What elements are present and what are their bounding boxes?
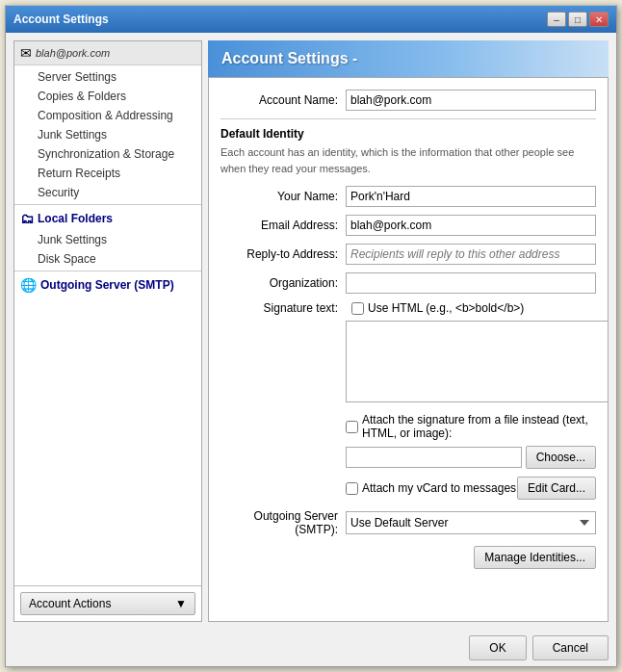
reply-to-row: Reply-to Address: (220, 244, 596, 265)
your-name-label: Your Name: (220, 190, 346, 203)
choose-button[interactable]: Choose... (526, 446, 596, 469)
sidebar-divider-1 (14, 204, 201, 205)
use-html-text: Use HTML (e.g., <b>bold</b>) (368, 301, 524, 315)
vcard-checkbox-label: Attach my vCard to messages (346, 481, 516, 495)
email-row: Email Address: (220, 215, 596, 236)
sidebar-footer: Account Actions ▼ (14, 585, 201, 621)
outgoing-server-label: Outgoing Server (SMTP) (40, 278, 174, 292)
your-name-input[interactable] (346, 186, 596, 207)
outgoing-server-icon: 🌐 (20, 277, 37, 293)
sidebar-account-header: ✉ blah@pork.com (14, 41, 201, 65)
account-actions-arrow: ▼ (175, 597, 187, 610)
your-name-row: Your Name: (220, 186, 596, 207)
maximize-button[interactable]: □ (568, 12, 587, 27)
sidebar-divider-2 (14, 271, 201, 271)
org-row: Organization: (220, 272, 596, 294)
sidebar-item-return-receipts[interactable]: Return Receipts (14, 164, 201, 183)
sidebar-account-label: blah@pork.com (36, 47, 110, 59)
window-controls: – □ ✕ (547, 12, 609, 27)
sidebar-item-copies-folders[interactable]: Copies & Folders (14, 87, 201, 106)
account-actions-button[interactable]: Account Actions ▼ (20, 592, 195, 615)
sidebar: ✉ blah@pork.com Server Settings Copies &… (13, 40, 202, 622)
sidebar-item-server-settings[interactable]: Server Settings (14, 67, 201, 87)
attach-sig-label: Attach the signature from a file instead… (362, 413, 596, 440)
signature-row: Signature text: Use HTML (e.g., <b>bold<… (220, 301, 596, 315)
window-title: Account Settings (13, 13, 109, 26)
sidebar-items-list: Server Settings Copies & Folders Composi… (14, 65, 201, 585)
bottom-bar: OK Cancel (6, 630, 616, 666)
divider-1 (220, 118, 596, 119)
reply-to-input[interactable] (346, 244, 596, 265)
sidebar-outgoing-server-header[interactable]: 🌐 Outgoing Server (SMTP) (14, 273, 201, 297)
smtp-select[interactable]: Use Default Server (346, 511, 596, 534)
org-input[interactable] (346, 272, 596, 294)
vcard-row: Attach my vCard to messages Edit Card... (220, 477, 596, 500)
sidebar-item-junk-settings-local[interactable]: Junk Settings (14, 230, 201, 249)
sidebar-item-security[interactable]: Security (14, 183, 201, 202)
main-panel: Account Settings - Account Name: Default… (208, 40, 609, 622)
ok-button[interactable]: OK (469, 635, 526, 660)
smtp-label: Outgoing Server (SMTP): (220, 509, 346, 536)
edit-card-button[interactable]: Edit Card... (517, 477, 596, 500)
local-folders-label: Local Folders (38, 212, 113, 225)
account-icon: ✉ (20, 45, 32, 61)
panel-content: Account Name: Default Identity Each acco… (208, 77, 609, 622)
sidebar-item-disk-space[interactable]: Disk Space (14, 249, 201, 269)
file-path-input[interactable] (346, 447, 522, 468)
use-html-checkbox-label: Use HTML (e.g., <b>bold</b>) (351, 301, 524, 315)
panel-header: Account Settings - (208, 40, 609, 77)
org-label: Organization: (220, 276, 346, 290)
sidebar-item-junk-settings[interactable]: Junk Settings (14, 125, 201, 144)
vcard-checkbox[interactable] (346, 482, 358, 495)
signature-label: Signature text: (220, 301, 346, 315)
manage-identities-button[interactable]: Manage Identities... (474, 546, 596, 569)
signature-textarea[interactable] (346, 321, 609, 402)
cancel-button[interactable]: Cancel (532, 635, 609, 660)
local-folders-icon: 🗂 (20, 211, 34, 226)
panel-title: Account Settings - (221, 50, 595, 67)
close-button[interactable]: ✕ (589, 12, 609, 27)
default-identity-desc: Each account has an identity, which is t… (220, 144, 596, 176)
reply-to-label: Reply-to Address: (220, 247, 346, 261)
title-bar: Account Settings – □ ✕ (6, 6, 616, 33)
sidebar-item-sync-storage[interactable]: Synchronization & Storage (14, 144, 201, 164)
account-name-row: Account Name: (220, 90, 596, 111)
content-area: ✉ blah@pork.com Server Settings Copies &… (6, 33, 616, 630)
sidebar-item-composition-addressing[interactable]: Composition & Addressing (14, 106, 201, 125)
vcard-label: Attach my vCard to messages (362, 481, 516, 495)
default-identity-title: Default Identity (220, 127, 596, 141)
sidebar-local-folders-header[interactable]: 🗂 Local Folders (14, 207, 201, 230)
email-input[interactable] (346, 215, 596, 236)
attach-sig-row: Attach the signature from a file instead… (346, 413, 596, 440)
file-input-row: Choose... (346, 446, 596, 469)
account-actions-label: Account Actions (29, 597, 111, 610)
main-window: Account Settings – □ ✕ ✉ blah@pork.com S… (5, 5, 617, 667)
account-name-input[interactable] (346, 90, 596, 111)
email-label: Email Address: (220, 219, 346, 232)
minimize-button[interactable]: – (547, 12, 566, 27)
smtp-row: Outgoing Server (SMTP): Use Default Serv… (220, 509, 596, 536)
account-name-label: Account Name: (220, 93, 346, 107)
use-html-checkbox[interactable] (351, 302, 364, 315)
manage-row: Manage Identities... (220, 546, 596, 569)
attach-sig-checkbox[interactable] (346, 421, 358, 433)
